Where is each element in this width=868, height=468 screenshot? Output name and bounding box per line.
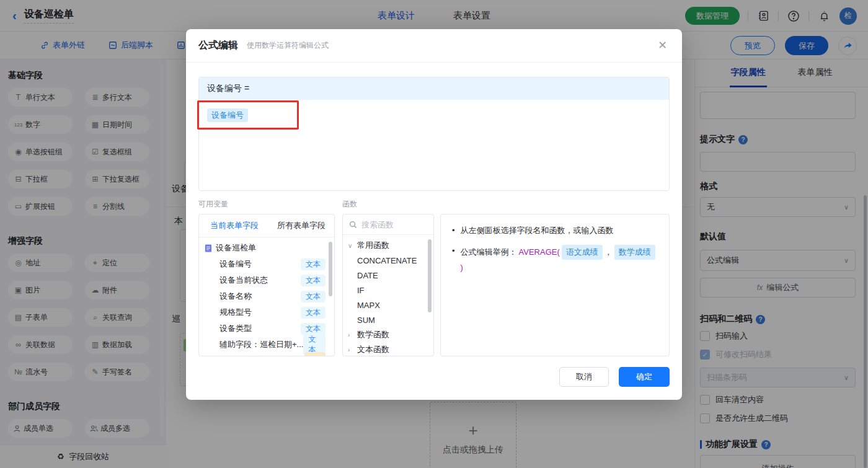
tab-current-form-fields[interactable]: 当前表单字段 <box>210 220 259 231</box>
functions-panel: ∨ 常用函数 CONCATENATE DATE IF MAPX SUM › 数学… <box>342 214 434 356</box>
fn-sum[interactable]: SUM <box>343 312 433 327</box>
tree-field-label: 规格型号 <box>219 307 252 318</box>
formula-variable-tag[interactable]: 设备编号 <box>207 108 248 122</box>
modal-footer: 取消 确定 <box>559 367 670 387</box>
help-example: 公式编辑举例： AVERAGE( 语文成绩 ， 数学成绩 ) <box>461 245 658 274</box>
field-type-badge: 文本 <box>301 307 326 319</box>
example-variable-tag: 数学成绩 <box>614 245 655 260</box>
formula-editor: 设备编号 = 设备编号 <box>198 77 670 191</box>
clipped-badge-fragment <box>304 352 326 356</box>
fn-date[interactable]: DATE <box>343 268 433 283</box>
tree-root-form[interactable]: 设备巡检单 <box>199 240 334 256</box>
field-type-badge: 文本 <box>301 291 326 302</box>
tab-all-form-fields[interactable]: 所有表单字段 <box>277 220 326 231</box>
cancel-button[interactable]: 取消 <box>559 367 609 387</box>
fn-group-label: 数学函数 <box>357 329 389 340</box>
help-text: 从左侧面板选择字段名和函数，或输入函数 <box>461 224 614 237</box>
functions-panel-label: 函数 <box>342 199 357 210</box>
tree-field-label: 设备类型 <box>219 323 252 334</box>
formula-target-field: 设备编号 = <box>199 77 669 100</box>
function-close-text: ) <box>461 262 463 274</box>
tree-field-label: 辅助字段：巡检日期+... <box>219 339 303 350</box>
form-doc-icon <box>205 244 212 252</box>
formula-input-area[interactable]: 设备编号 <box>199 100 669 191</box>
field-type-badge: 文本 <box>301 275 326 286</box>
example-variable-tag: 语文成绩 <box>562 245 603 260</box>
field-type-badge: 文本 <box>301 258 326 270</box>
modal-header: 公式编辑 使用数学运算符编辑公式 ✕ <box>186 29 682 63</box>
help-panel: • 从左侧面板选择字段名和函数，或输入函数 • 公式编辑举例： AVERAGE(… <box>440 214 670 356</box>
function-name-text: AVERAGE( <box>519 246 560 258</box>
tree-field-label: 设备当前状态 <box>219 275 268 286</box>
tree-field-label: 设备编号 <box>219 258 252 270</box>
variables-scrollbar[interactable] <box>329 242 332 296</box>
fn-group-label: 文本函数 <box>357 344 389 355</box>
fn-group-math[interactable]: › 数学函数 <box>343 327 433 342</box>
field-type-badge: 文本 <box>301 323 326 335</box>
close-icon[interactable]: ✕ <box>658 40 667 51</box>
fn-group-common[interactable]: ∨ 常用函数 <box>343 238 433 253</box>
chevron-down-icon: ∨ <box>348 242 354 249</box>
modal-title: 公式编辑 <box>198 39 238 52</box>
search-icon <box>349 221 357 229</box>
variables-panel-label: 可用变量 <box>198 199 228 210</box>
modal-subtitle: 使用数学运算符编辑公式 <box>247 40 329 51</box>
function-search-input[interactable] <box>361 220 420 229</box>
fn-concatenate[interactable]: CONCATENATE <box>343 253 433 268</box>
help-line-1: • 从左侧面板选择字段名和函数，或输入函数 <box>452 224 658 237</box>
functions-scrollbar[interactable] <box>428 239 432 312</box>
help-line-2: • 公式编辑举例： AVERAGE( 语文成绩 ， 数学成绩 ) <box>452 245 658 274</box>
tree-root-label: 设备巡检单 <box>216 242 256 254</box>
variables-panel: 当前表单字段 所有表单字段 设备巡检单 设备编号文本 设备当前状态文本 设备名称… <box>198 214 335 356</box>
fn-if[interactable]: IF <box>343 283 433 298</box>
tree-field-aux-field[interactable]: 辅助字段：巡检日期+...文本 <box>199 337 334 353</box>
bullet-icon: • <box>452 245 455 257</box>
fn-group-label: 常用函数 <box>357 240 389 251</box>
chevron-right-icon: › <box>348 332 354 338</box>
function-search[interactable] <box>343 214 433 235</box>
comma-text: ， <box>604 246 613 258</box>
screen: ‹ 设备巡检单 表单设计 表单设置 数据管理 <box>0 0 868 468</box>
confirm-button[interactable]: 确定 <box>619 367 670 387</box>
tree-field-device-status[interactable]: 设备当前状态文本 <box>199 272 334 288</box>
tree-field-device-name[interactable]: 设备名称文本 <box>199 288 334 304</box>
chevron-right-icon: › <box>348 347 354 353</box>
tree-field-label: 设备名称 <box>219 291 252 302</box>
bullet-icon: • <box>452 224 455 237</box>
help-text: 公式编辑举例： <box>461 246 517 258</box>
fn-mapx[interactable]: MAPX <box>343 298 433 312</box>
tree-field-spec-model[interactable]: 规格型号文本 <box>199 304 334 320</box>
tree-field-device-code[interactable]: 设备编号文本 <box>199 256 334 272</box>
fn-group-text[interactable]: › 文本函数 <box>343 342 433 356</box>
variables-tree: 设备巡检单 设备编号文本 设备当前状态文本 设备名称文本 规格型号文本 设备类型… <box>199 237 334 353</box>
formula-editor-modal: 公式编辑 使用数学运算符编辑公式 ✕ 设备编号 = 设备编号 可用变量 函数 当… <box>186 29 682 400</box>
variables-tabs: 当前表单字段 所有表单字段 <box>199 214 334 237</box>
